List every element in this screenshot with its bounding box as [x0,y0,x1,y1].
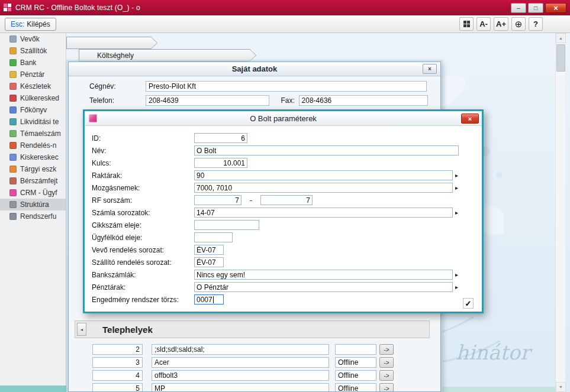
nev-label: Név: [92,147,194,155]
cikkszam-row: Cikkszám eleje: [85,219,482,231]
minimize-button[interactable]: – [511,3,526,13]
site-name-input[interactable] [152,344,329,355]
mozgasnemek-input[interactable] [194,183,453,193]
szamla-sorozatok-input[interactable] [194,208,453,218]
sidebar-item-kulkereskedelem[interactable]: Külkeresked [0,92,66,104]
modal-titlebar[interactable]: O Bolt paraméterek × [85,111,482,126]
site-status-input[interactable] [335,383,376,392]
font-decrease-button[interactable]: A- [476,17,491,31]
sidebar-item-penztar[interactable]: Pénztár [0,69,66,80]
vevo-rendeles-input[interactable] [194,245,224,255]
sidebar-item-vevok[interactable]: Vevők [0,33,66,45]
site-name-input[interactable] [152,370,329,381]
sajat-adatok-close-button[interactable]: × [423,64,437,74]
combo-arrow-icon[interactable]: ▸ [453,284,460,290]
site-status-input[interactable] [335,370,376,381]
combo-arrow-icon[interactable]: ▸ [453,209,460,216]
site-number-input[interactable] [92,370,143,381]
nev-input[interactable] [194,145,459,155]
cegnev-input[interactable] [146,81,427,92]
site-name-input[interactable] [152,357,329,368]
open-site-button[interactable]: -> [379,370,394,381]
crm-icon [9,189,17,196]
sidebar-item-szallitok[interactable]: Szállítók [0,45,66,57]
penztarak-input[interactable] [194,282,453,292]
font-increase-button[interactable]: A+ [494,17,508,31]
sidebar-item-berszamfejtes[interactable]: Bérszámfejt [0,175,66,187]
site-name-input[interactable] [152,383,329,392]
chevron-body [67,37,157,48]
sidebar-item-bank[interactable]: Bank [0,57,66,69]
rf-from-input[interactable] [194,195,241,205]
scroll-down-button[interactable]: ▼ [556,382,566,392]
open-site-button[interactable]: -> [379,344,394,355]
raktarak-input[interactable] [194,170,453,180]
site-status-input[interactable] [335,357,376,368]
window-titlebar[interactable]: CRM RC - Offline Boltok teszt (O_) - o –… [0,0,570,15]
sidebar-item-keszletek[interactable]: Készletek [0,80,66,92]
collapsed-panel-tab[interactable] [66,37,157,49]
sajat-adatok-title: Saját adatok [232,64,278,73]
koltseghely-tab[interactable]: Költséghely [79,49,256,61]
scrollbar-thumb[interactable] [556,44,565,72]
nev-row: Név: [85,144,482,157]
modal-close-button[interactable]: × [461,114,479,124]
sidebar-item-struktura[interactable]: Struktúra [0,199,66,210]
id-input[interactable] [194,133,247,143]
layout-grid-icon [463,21,470,27]
sidebar-item-kiskereskedelem[interactable]: Kiskereskec [0,151,66,163]
rf-to-input[interactable] [260,195,313,205]
sidebar-item-likviditas[interactable]: Likviditási te [0,116,66,128]
bank-icon [9,59,17,66]
sidebar-item-targyi-eszkoz[interactable]: Tárgyi eszk [0,163,66,175]
site-status-input[interactable] [335,344,376,355]
bankszamlak-input[interactable] [194,270,453,280]
site-number-input[interactable] [92,357,143,368]
sajat-adatok-titlebar[interactable]: Saját adatok × [69,62,440,76]
help-button[interactable]: ? [529,17,543,31]
table-row: -> [92,383,394,392]
suppliers-icon [9,47,17,54]
globe-icon: ⊕ [515,19,523,30]
fax-input[interactable] [299,95,428,106]
exit-button[interactable]: Esc: Kilépés [5,18,56,31]
mozgasnemek-label: Mozgásnemek: [92,184,194,192]
raktarak-label: Raktárak: [92,171,194,180]
telefon-input[interactable] [146,95,269,106]
open-site-button[interactable]: -> [379,357,394,368]
maximize-button[interactable]: □ [528,3,543,13]
cikkszam-input[interactable] [194,220,259,230]
application-window: hinátor CRM RC - Offline Boltok teszt (O… [0,0,570,392]
globe-button[interactable]: ⊕ [511,17,526,31]
site-number-input[interactable] [92,344,143,355]
window-layout-button[interactable] [459,17,474,31]
telephelyek-collapse-button[interactable]: ◂ [77,323,86,336]
close-button[interactable]: × [545,3,566,13]
scroll-up-button[interactable]: ▲ [556,33,566,43]
confirm-check[interactable]: ✓ [463,298,474,309]
site-number-input[interactable] [92,383,143,392]
kulcs-row: Kulcs: [85,157,482,169]
sidebar-item-fokonyv[interactable]: Főkönyv [0,104,66,116]
kulcs-input[interactable] [194,158,247,168]
sidebar-item-crm[interactable]: CRM - Ügyf [0,187,66,199]
check-icon: ✓ [465,299,472,308]
open-site-button[interactable]: -> [379,383,394,392]
ugyfelkod-input[interactable] [194,232,233,242]
exit-label: Kilépés [27,20,50,28]
sidebar-item-label: Pénztár [20,70,44,79]
sidebar-item-rendszerfunkciok[interactable]: Rendszerfu [0,210,66,222]
engedmeny-input[interactable]: 0007 [194,294,224,304]
szallito-rendeles-input[interactable] [194,257,224,267]
cikkszam-label: Cikkszám eleje: [92,221,194,229]
vertical-scrollbar[interactable]: ▲ ▼ [555,33,565,392]
szamla-sorozatok-row: Számla sorozatok: ▸ [85,206,482,219]
sidebar-item-temaelszamolas[interactable]: Témaelszám [0,128,66,140]
fixed-assets-icon [9,166,17,173]
combo-arrow-icon[interactable]: ▸ [453,184,460,191]
combo-arrow-icon[interactable]: ▸ [453,172,460,179]
sidebar-item-rendeles[interactable]: Rendelés-n [0,140,66,151]
szallito-rendeles-row: Szállító rendelés sorozat: [85,256,482,268]
combo-arrow-icon[interactable]: ▸ [453,271,460,278]
ledger-icon [9,106,17,114]
